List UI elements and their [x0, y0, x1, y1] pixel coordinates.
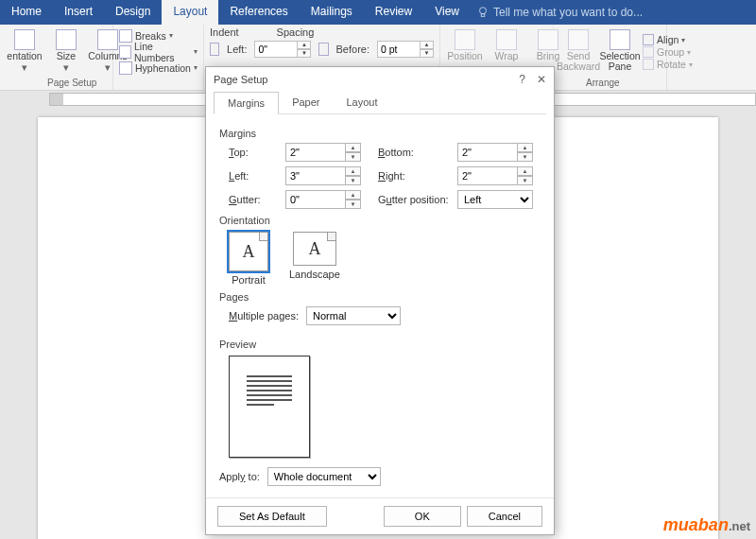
close-button[interactable]: ✕ [537, 73, 546, 86]
indent-left-spinner[interactable]: ▲▼ [254, 41, 311, 58]
line-numbers-button[interactable]: Line Numbers▾ [119, 43, 198, 60]
group-icon [643, 46, 654, 58]
margin-bottom-label: Bottom: [378, 147, 450, 158]
page-setup-group-label: Page Setup [47, 78, 96, 88]
hyphenation-button[interactable]: Hyphenation▾ [119, 60, 198, 76]
rotate-button[interactable]: Rotate▾ [643, 59, 693, 70]
dialog-title: Page Setup [214, 74, 268, 85]
preview-section-label: Preview [219, 339, 541, 350]
orientation-icon [14, 29, 35, 50]
tab-home[interactable]: Home [0, 0, 53, 25]
margins-section-label: Margins [219, 128, 541, 139]
tab-view[interactable]: View [423, 0, 471, 25]
margin-top-label: Top: [229, 147, 278, 158]
gutter-input[interactable]: ▲▼ [285, 190, 370, 209]
send-backward-icon [568, 29, 589, 50]
spacing-before-icon [318, 43, 328, 56]
group-button[interactable]: Group▾ [643, 46, 693, 58]
align-button[interactable]: Align▾ [643, 34, 693, 45]
lightbulb-icon [476, 6, 490, 19]
svg-rect-1 [481, 14, 485, 17]
help-button[interactable]: ? [519, 73, 525, 86]
margin-top-input[interactable]: ▲▼ [285, 143, 370, 162]
dialog-titlebar: Page Setup ? ✕ [206, 67, 554, 92]
apply-to-select[interactable]: Whole document [267, 467, 381, 486]
tab-design[interactable]: Design [104, 0, 162, 25]
tab-layout[interactable]: Layout [162, 0, 218, 25]
bring-icon [538, 29, 558, 50]
gutter-position-select[interactable]: Left [457, 190, 533, 209]
margin-left-input[interactable]: ▲▼ [285, 166, 370, 185]
margin-right-label: Right: [378, 170, 450, 182]
gutter-position-label: Gutter position: [378, 194, 450, 205]
portrait-option[interactable]: APortrait [229, 232, 268, 286]
tab-insert[interactable]: Insert [53, 0, 104, 25]
margin-bottom-input[interactable]: ▲▼ [457, 143, 542, 162]
rotate-icon [643, 59, 654, 70]
breaks-icon [119, 29, 132, 43]
margin-left-label: Left: [229, 170, 278, 182]
landscape-label: Landscape [289, 269, 340, 280]
margin-right-input[interactable]: ▲▼ [457, 166, 542, 185]
dialog-tab-paper[interactable]: Paper [279, 92, 333, 113]
multiple-pages-label: Multiple pages: [229, 310, 299, 322]
hyphenation-icon [119, 61, 132, 75]
spacing-label: Spacing [277, 26, 315, 38]
indent-label: Indent [210, 26, 239, 38]
multiple-pages-select[interactable]: Normal [306, 306, 401, 325]
spacing-before-spinner[interactable]: ▲▼ [377, 41, 434, 58]
apply-to-label: Apply to: [219, 471, 260, 482]
indent-left-label: Left: [227, 43, 247, 55]
page-setup-dialog: Page Setup ? ✕ Margins Paper Layout Marg… [205, 66, 555, 535]
tab-review[interactable]: Review [364, 0, 423, 25]
cancel-button[interactable]: Cancel [467, 506, 542, 527]
landscape-option[interactable]: ALandscape [289, 232, 340, 286]
ok-button[interactable]: OK [384, 506, 461, 527]
wrap-text-button[interactable]: Wrap [488, 27, 525, 63]
menu-bar: Home Insert Design Layout References Mai… [0, 0, 756, 25]
position-button[interactable]: Position [446, 27, 484, 63]
preview-thumbnail [229, 356, 310, 458]
align-icon [643, 34, 654, 45]
send-backward-button[interactable]: Send Backward [559, 27, 597, 74]
tell-me-placeholder: Tell me what you want to do... [493, 6, 643, 19]
orientation-button[interactable]: entation▾ [6, 27, 43, 75]
watermark: muaban.net [663, 515, 750, 535]
position-icon [455, 29, 475, 50]
tab-mailings[interactable]: Mailings [300, 0, 364, 25]
wrap-icon [496, 29, 517, 50]
selection-pane-button[interactable]: Selection Pane [601, 27, 639, 74]
arrange-group-label: Arrange [586, 78, 620, 88]
dialog-tabs: Margins Paper Layout [214, 92, 546, 114]
portrait-icon: A [229, 232, 268, 271]
gutter-label: Gutter: [229, 194, 278, 205]
size-button[interactable]: Size▾ [47, 27, 85, 75]
tell-me-search[interactable]: Tell me what you want to do... [476, 0, 643, 25]
indent-left-icon [210, 43, 219, 56]
size-icon [56, 29, 77, 50]
orientation-section-label: Orientation [219, 215, 541, 226]
pages-section-label: Pages [219, 291, 541, 303]
set-as-default-button[interactable]: Set As Default [217, 506, 327, 527]
landscape-icon: A [293, 232, 336, 266]
dialog-tab-margins[interactable]: Margins [214, 92, 279, 114]
svg-point-0 [479, 8, 486, 14]
dialog-tab-layout[interactable]: Layout [333, 92, 390, 113]
tab-references[interactable]: References [218, 0, 299, 25]
line-numbers-icon [119, 45, 131, 59]
spacing-before-label: Before: [336, 43, 369, 55]
portrait-label: Portrait [232, 274, 265, 286]
selection-pane-icon [610, 29, 630, 50]
